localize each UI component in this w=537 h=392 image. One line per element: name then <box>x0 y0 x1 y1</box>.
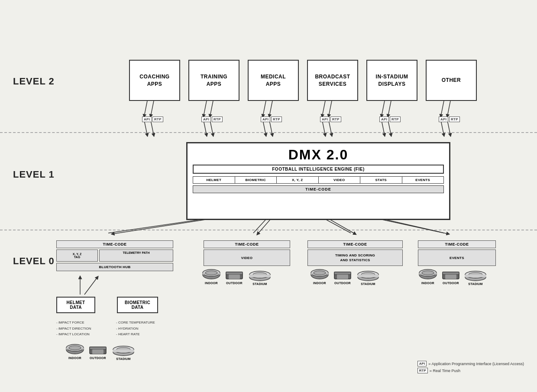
indoor-icon-bl: INDOOR <box>66 343 84 360</box>
api-badge-training: API <box>201 117 211 122</box>
bluetooth-cell: BLUETOOTH HUB <box>56 263 173 271</box>
svg-line-13 <box>329 101 332 116</box>
timecode-header-xyz: TIME-CODE <box>56 240 173 248</box>
rtp-legend-item: RTP = Real Time Push <box>417 368 524 373</box>
rtp-badge-other: RTP <box>449 117 460 122</box>
svg-rect-44 <box>113 350 134 352</box>
in-stadium-displays-label: IN-STADIUMDISPLAYS <box>376 73 408 88</box>
outdoor-caption-bl: OUTDOOR <box>90 356 106 360</box>
medical-apps-label: MEDICALAPPS <box>261 73 286 88</box>
events-content-cell: EVENTS <box>418 249 496 266</box>
indoor-caption-bl: INDOOR <box>68 356 81 360</box>
svg-rect-39 <box>90 347 106 350</box>
dmx-title: DMX 2.0 <box>188 143 449 165</box>
stadium-icon-video: STADIUM <box>249 269 271 285</box>
svg-rect-50 <box>226 272 243 275</box>
other-box: OTHER <box>426 60 477 101</box>
in-stadium-displays-box: IN-STADIUMDISPLAYS <box>366 60 417 101</box>
broadcast-services-label: BROADCASTSERVICES <box>315 73 350 88</box>
api-badge-coaching: API <box>142 117 152 122</box>
level1-label: LEVEL 1 <box>13 169 55 180</box>
biometric-cell: BIOMETRIC <box>235 177 277 183</box>
helmet-cell: HELMET <box>193 177 235 183</box>
svg-rect-55 <box>249 275 270 277</box>
coaching-apps-box: COACHINGAPPS <box>129 60 180 101</box>
l0-group-timing: TIME-CODE TIMING AND SCORINGAND STATISTI… <box>307 240 403 267</box>
biometric-data-box: BIOMETRICDATA <box>117 297 158 313</box>
video-content-cell: VIDEO <box>204 249 290 266</box>
outdoor-caption-events: OUTDOOR <box>443 282 459 285</box>
outdoor-caption-timing: OUTDOOR <box>334 282 351 285</box>
l0-group-video: TIME-CODE VIDEO <box>204 240 290 267</box>
svg-rect-77 <box>465 275 486 277</box>
timecode-header-events: TIME-CODE <box>418 240 496 248</box>
api-legend-item: API = Application Programming Interface … <box>417 361 524 366</box>
svg-point-70 <box>422 271 434 275</box>
timecode-header-timing: TIME-CODE <box>307 240 403 248</box>
biometric-bullets: - CORE TEMPERATURE - HYDRATION - HEART R… <box>116 320 155 337</box>
stadium-icon-bl: STADIUM <box>113 343 134 360</box>
indoor-caption-timing: INDOOR <box>313 282 326 285</box>
svg-rect-62 <box>337 275 348 279</box>
coaching-apps-label: COACHINGAPPS <box>139 73 169 88</box>
indoor-icon-events: INDOOR <box>419 269 437 285</box>
indoor-icon-timing: INDOOR <box>311 269 329 285</box>
dashed-line-1 <box>0 132 537 133</box>
rtp-badge-instadium: RTP <box>390 117 401 122</box>
rtp-legend-desc: = Real Time Push <box>430 369 460 373</box>
training-apps-label: TRAININGAPPS <box>201 73 227 88</box>
medical-apps-box: MEDICALAPPS <box>248 60 299 101</box>
svg-rect-72 <box>443 272 459 275</box>
outdoor-icon-video: OUTDOOR <box>225 269 243 285</box>
timecode-bar: TIME-CODE <box>193 185 444 193</box>
stadium-caption-events: STADIUM <box>468 282 482 285</box>
svg-line-1 <box>151 101 154 116</box>
svg-line-21 <box>447 101 450 116</box>
events-cell: EVENTS <box>402 177 444 183</box>
stadium-caption-video: STADIUM <box>252 282 267 285</box>
svg-line-17 <box>388 101 391 116</box>
rtp-badge-broadcast: RTP <box>330 117 341 122</box>
rtp-badge-medical: RTP <box>271 117 282 122</box>
outdoor-icon-events: OUTDOOR <box>442 269 460 285</box>
legend: API = Application Programming Interface … <box>417 361 524 375</box>
api-legend-desc: = Application Programming Interface (Lic… <box>428 362 524 366</box>
svg-line-33 <box>84 277 97 295</box>
svg-line-0 <box>144 101 147 116</box>
broadcast-services-box: BROADCASTSERVICES <box>307 60 358 101</box>
indoor-icon-video: INDOOR <box>202 269 220 285</box>
outdoor-icon-timing: OUTDOOR <box>333 269 352 285</box>
dashed-line-2 <box>0 230 537 230</box>
telemetry-cell: TELEMETRY PATH <box>99 249 173 262</box>
indoor-caption-video: INDOOR <box>205 282 218 285</box>
svg-line-8 <box>263 101 266 116</box>
level2-label: LEVEL 2 <box>13 76 55 87</box>
rtp-badge-training: RTP <box>212 117 223 122</box>
xyz-cell: X, Y, Z <box>277 177 319 183</box>
dmx-box: DMX 2.0 FOOTBALL INTELLIGENCE ENGINE (FI… <box>186 142 450 220</box>
helmet-bullets: - IMPACT FORCE - IMPACT DIRECTION - IMPA… <box>56 320 91 337</box>
l0-group-events: TIME-CODE EVENTS <box>418 240 496 267</box>
svg-rect-66 <box>358 275 378 277</box>
l0-group-xyz: TIME-CODE X, Y, ZTAG TELEMETRY PATH BLUE… <box>56 240 173 272</box>
svg-rect-61 <box>334 272 351 275</box>
svg-point-48 <box>205 271 217 275</box>
svg-line-4 <box>204 101 207 116</box>
outdoor-caption-video: OUTDOOR <box>226 282 243 285</box>
api-badge-instadium: API <box>379 117 389 122</box>
other-label: OTHER <box>442 77 461 84</box>
api-badge-other: API <box>439 117 448 122</box>
api-badge-broadcast: API <box>320 117 330 122</box>
timing-content-cell: TIMING AND SCORINGAND STATISTICS <box>307 249 403 266</box>
video-cell: VIDEO <box>319 177 361 183</box>
helmet-data-box: HELMETDATA <box>56 297 95 313</box>
svg-line-9 <box>269 101 272 116</box>
api-legend-badge: API <box>417 361 427 366</box>
level0-label: LEVEL 0 <box>13 256 55 267</box>
stats-cell: STATS <box>360 177 402 183</box>
fie-bar: FOOTBALL INTELLIGENCE ENGINE (FIE) <box>193 165 444 174</box>
stadium-caption-timing: STADIUM <box>361 282 375 285</box>
data-cells: HELMET BIOMETRIC X, Y, Z VIDEO STATS EVE… <box>193 176 444 184</box>
svg-point-37 <box>69 346 81 350</box>
svg-line-12 <box>322 101 325 116</box>
